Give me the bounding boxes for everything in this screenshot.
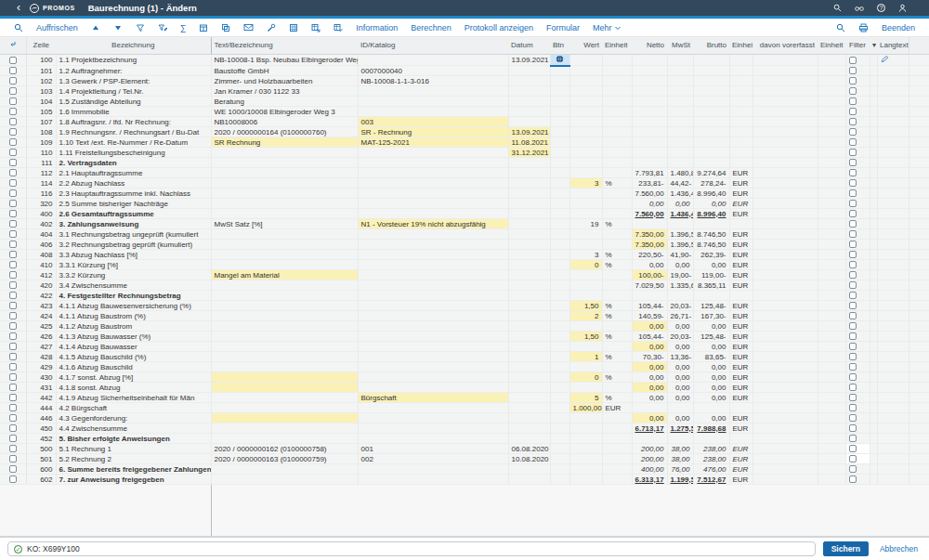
wert-cell[interactable]: 0 [569, 260, 602, 270]
filter-checkbox[interactable] [849, 77, 857, 85]
text-bezeichnung-cell[interactable]: Mangel am Material [211, 270, 358, 280]
filter-checkbox[interactable] [849, 251, 857, 258]
text-bezeichnung-cell[interactable] [211, 383, 358, 393]
mehr-button[interactable]: Mehr [586, 23, 629, 33]
filter-checkbox[interactable] [849, 435, 857, 442]
sum-icon[interactable]: ∑ [174, 23, 192, 33]
row-checkbox[interactable] [9, 220, 17, 228]
grid-icon[interactable] [282, 23, 305, 33]
filter-checkbox[interactable] [849, 322, 857, 330]
filter-checkbox[interactable] [849, 363, 857, 371]
row-checkbox[interactable] [9, 67, 17, 74]
langtext-cell[interactable] [877, 54, 909, 66]
row-checkbox[interactable] [9, 189, 17, 197]
row-checkbox[interactable] [9, 159, 17, 166]
search-icon[interactable] [833, 4, 842, 12]
formular-button[interactable]: Formular [540, 23, 586, 33]
datum-cell[interactable]: 31.12.2021 [508, 148, 550, 158]
netto-cell[interactable]: 0,00 [632, 383, 667, 393]
row-checkbox[interactable] [9, 394, 17, 401]
filter-checkbox[interactable] [849, 343, 857, 350]
row-checkbox[interactable] [9, 271, 17, 279]
table-import-icon[interactable] [327, 23, 349, 33]
filter-checkbox[interactable] [849, 465, 857, 473]
filter-checkbox[interactable] [849, 149, 857, 156]
row-checkbox[interactable] [9, 445, 17, 452]
row-checkbox[interactable] [9, 322, 17, 330]
row-checkbox[interactable] [9, 332, 17, 340]
filter-checkbox[interactable] [849, 230, 857, 238]
id-katalog-cell[interactable]: N1 - Vorsteuer 19% nicht abzugsfähig [358, 219, 508, 229]
help-icon[interactable]: ? [877, 4, 885, 12]
filter-checkbox[interactable] [849, 67, 857, 74]
row-checkbox[interactable] [9, 118, 17, 125]
netto-cell[interactable]: 100,00- [632, 270, 667, 280]
filter-checkbox[interactable] [849, 128, 857, 136]
row-checkbox[interactable] [9, 261, 17, 268]
row-checkbox[interactable] [9, 353, 17, 360]
row-checkbox[interactable] [9, 77, 17, 85]
row-checkbox[interactable] [9, 384, 17, 391]
row-checkbox[interactable] [9, 281, 17, 289]
wert-cell[interactable]: 1,50 [569, 332, 602, 342]
row-checkbox[interactable] [9, 424, 17, 432]
email-icon[interactable] [237, 23, 260, 32]
filter-checkbox[interactable] [849, 261, 857, 268]
id-katalog-cell[interactable]: 003 [358, 117, 508, 127]
filter-checkbox[interactable] [849, 138, 857, 146]
filter-checkbox[interactable] [849, 384, 857, 391]
netto-cell[interactable]: 0,00 [632, 362, 667, 372]
wert-cell[interactable]: 0 [569, 372, 602, 383]
btn-cell[interactable] [550, 54, 569, 66]
filter-checkbox[interactable] [849, 332, 857, 340]
wert-cell[interactable]: 3 [569, 178, 602, 189]
row-checkbox[interactable] [9, 363, 17, 371]
row-checkbox[interactable] [9, 138, 17, 146]
row-checkbox[interactable] [9, 108, 17, 115]
filter-checkbox[interactable] [849, 414, 857, 422]
row-checkbox[interactable] [9, 302, 17, 309]
row-checkbox[interactable] [9, 200, 17, 207]
row-checkbox[interactable] [9, 414, 17, 422]
search-icon[interactable] [7, 23, 30, 33]
row-checkbox[interactable] [9, 465, 17, 473]
berechnen-button[interactable]: Berechnen [404, 23, 458, 33]
filter-checkbox[interactable] [849, 445, 857, 452]
filter-checkbox[interactable] [849, 394, 857, 401]
row-checkbox[interactable] [9, 455, 17, 462]
row-checkbox[interactable] [9, 87, 17, 95]
datum-cell[interactable]: 13.09.2021 [508, 127, 550, 137]
text-bezeichnung-cell[interactable]: SR Rechnung [211, 137, 358, 148]
netto-cell[interactable]: 0,00 [632, 321, 667, 332]
row-checkbox[interactable] [9, 373, 17, 381]
row-checkbox[interactable] [9, 475, 17, 483]
row-checkbox[interactable] [9, 210, 17, 217]
row-checkbox[interactable] [9, 343, 17, 350]
column-sort-caret-icon[interactable]: ▾ [870, 37, 877, 54]
row-checkbox[interactable] [9, 57, 17, 64]
filter-checkbox[interactable] [849, 312, 857, 319]
back-icon[interactable]: ‹ [17, 3, 20, 12]
row-checkbox[interactable] [9, 128, 17, 136]
row-checkbox[interactable] [9, 149, 17, 156]
id-katalog-cell[interactable]: MAT-125-2021 [358, 137, 508, 148]
filter-checkbox[interactable] [849, 220, 857, 228]
table-search-icon[interactable] [830, 23, 852, 33]
wert-cell[interactable]: 1.000,00 [569, 403, 602, 413]
row-checkbox[interactable] [9, 312, 17, 319]
copy-icon[interactable] [215, 23, 237, 33]
filter-checkbox[interactable] [849, 271, 857, 279]
profile-icon[interactable] [898, 4, 907, 12]
netto-cell[interactable]: 7.350,00 [632, 240, 667, 250]
filter-checkbox[interactable] [849, 159, 857, 166]
text-bezeichnung-cell[interactable] [211, 413, 358, 423]
row-checkbox[interactable] [9, 292, 17, 299]
refresh-button[interactable]: Auffrischen [30, 23, 85, 33]
information-button[interactable]: Information [349, 23, 404, 33]
netto-cell[interactable]: 7.350,00 [632, 229, 667, 240]
filter-edit-icon[interactable] [151, 23, 174, 33]
row-checkbox[interactable] [9, 241, 17, 248]
filter-checkbox[interactable] [849, 87, 857, 95]
wert-cell[interactable]: 5 [569, 393, 602, 403]
wert-cell[interactable]: 1,50 [569, 301, 602, 311]
